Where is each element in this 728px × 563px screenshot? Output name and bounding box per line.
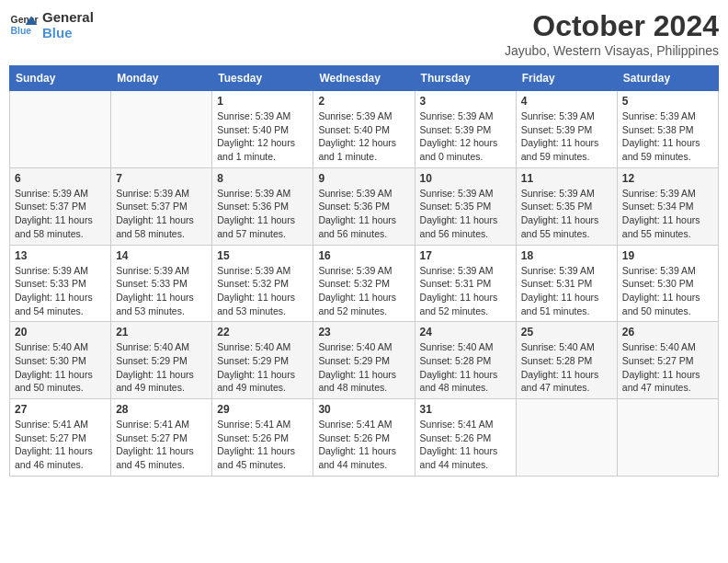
- calendar-cell: 24Sunrise: 5:40 AM Sunset: 5:28 PM Dayli…: [415, 322, 516, 399]
- page-header: General Blue General Blue October 2024 J…: [9, 9, 719, 58]
- week-row-3: 13Sunrise: 5:39 AM Sunset: 5:33 PM Dayli…: [10, 245, 719, 322]
- day-number: 17: [420, 249, 511, 262]
- calendar-cell: 14Sunrise: 5:39 AM Sunset: 5:33 PM Dayli…: [111, 245, 212, 322]
- day-number: 15: [217, 249, 308, 262]
- calendar-cell: [617, 399, 718, 477]
- day-info: Sunrise: 5:39 AM Sunset: 5:35 PM Dayligh…: [420, 187, 511, 241]
- day-info: Sunrise: 5:39 AM Sunset: 5:39 PM Dayligh…: [420, 109, 511, 164]
- day-info: Sunrise: 5:40 AM Sunset: 5:29 PM Dayligh…: [217, 340, 308, 395]
- day-number: 12: [622, 172, 713, 185]
- calendar-cell: 28Sunrise: 5:41 AM Sunset: 5:27 PM Dayli…: [111, 399, 212, 477]
- calendar-cell: 18Sunrise: 5:39 AM Sunset: 5:31 PM Dayli…: [516, 245, 617, 322]
- day-info: Sunrise: 5:41 AM Sunset: 5:26 PM Dayligh…: [318, 418, 409, 472]
- title-section: October 2024 Jayubo, Western Visayas, Ph…: [505, 9, 719, 58]
- day-number: 24: [420, 326, 511, 339]
- day-number: 7: [116, 172, 207, 185]
- week-row-5: 27Sunrise: 5:41 AM Sunset: 5:27 PM Dayli…: [10, 399, 719, 477]
- day-number: 2: [318, 95, 409, 108]
- day-info: Sunrise: 5:40 AM Sunset: 5:30 PM Dayligh…: [15, 340, 106, 395]
- day-info: Sunrise: 5:40 AM Sunset: 5:28 PM Dayligh…: [521, 340, 612, 395]
- day-number: 13: [15, 249, 106, 262]
- calendar-cell: 19Sunrise: 5:39 AM Sunset: 5:30 PM Dayli…: [617, 245, 718, 322]
- calendar-cell: 5Sunrise: 5:39 AM Sunset: 5:38 PM Daylig…: [617, 91, 718, 168]
- month-title: October 2024: [505, 9, 719, 43]
- day-number: 22: [217, 326, 308, 339]
- calendar-cell: 12Sunrise: 5:39 AM Sunset: 5:34 PM Dayli…: [617, 167, 718, 245]
- calendar-cell: 1Sunrise: 5:39 AM Sunset: 5:40 PM Daylig…: [212, 91, 313, 168]
- day-number: 16: [318, 249, 409, 262]
- day-number: 23: [318, 326, 409, 339]
- day-info: Sunrise: 5:40 AM Sunset: 5:27 PM Dayligh…: [622, 340, 713, 395]
- day-info: Sunrise: 5:39 AM Sunset: 5:35 PM Dayligh…: [521, 187, 612, 241]
- calendar-cell: [10, 91, 111, 168]
- day-number: 1: [217, 95, 308, 108]
- logo-icon: General Blue: [9, 10, 39, 40]
- logo-text-general: General: [42, 9, 94, 25]
- day-number: 9: [318, 172, 409, 185]
- day-number: 29: [217, 403, 308, 416]
- calendar-cell: [111, 91, 212, 168]
- day-number: 27: [15, 403, 106, 416]
- day-info: Sunrise: 5:39 AM Sunset: 5:37 PM Dayligh…: [15, 187, 106, 241]
- logo-text-blue: Blue: [42, 25, 94, 40]
- header-sunday: Sunday: [10, 66, 111, 91]
- calendar-cell: 7Sunrise: 5:39 AM Sunset: 5:37 PM Daylig…: [111, 167, 212, 245]
- day-number: 31: [420, 403, 511, 416]
- calendar-cell: 11Sunrise: 5:39 AM Sunset: 5:35 PM Dayli…: [516, 167, 617, 245]
- day-number: 5: [622, 95, 713, 108]
- calendar-cell: 10Sunrise: 5:39 AM Sunset: 5:35 PM Dayli…: [415, 167, 516, 245]
- day-info: Sunrise: 5:41 AM Sunset: 5:26 PM Dayligh…: [217, 418, 308, 472]
- day-info: Sunrise: 5:39 AM Sunset: 5:40 PM Dayligh…: [217, 109, 308, 164]
- day-info: Sunrise: 5:41 AM Sunset: 5:26 PM Dayligh…: [420, 418, 511, 472]
- day-number: 26: [622, 326, 713, 339]
- header-friday: Friday: [516, 66, 617, 91]
- calendar-cell: 29Sunrise: 5:41 AM Sunset: 5:26 PM Dayli…: [212, 399, 313, 477]
- day-number: 8: [217, 172, 308, 185]
- calendar-cell: 3Sunrise: 5:39 AM Sunset: 5:39 PM Daylig…: [415, 91, 516, 168]
- calendar-cell: 8Sunrise: 5:39 AM Sunset: 5:36 PM Daylig…: [212, 167, 313, 245]
- header-tuesday: Tuesday: [212, 66, 313, 91]
- calendar-cell: 20Sunrise: 5:40 AM Sunset: 5:30 PM Dayli…: [10, 322, 111, 399]
- calendar-cell: 21Sunrise: 5:40 AM Sunset: 5:29 PM Dayli…: [111, 322, 212, 399]
- day-info: Sunrise: 5:41 AM Sunset: 5:27 PM Dayligh…: [116, 418, 207, 472]
- day-info: Sunrise: 5:41 AM Sunset: 5:27 PM Dayligh…: [15, 418, 106, 472]
- day-number: 10: [420, 172, 511, 185]
- calendar-cell: 15Sunrise: 5:39 AM Sunset: 5:32 PM Dayli…: [212, 245, 313, 322]
- day-number: 21: [116, 326, 207, 339]
- calendar-cell: 4Sunrise: 5:39 AM Sunset: 5:39 PM Daylig…: [516, 91, 617, 168]
- calendar-table: SundayMondayTuesdayWednesdayThursdayFrid…: [9, 65, 719, 477]
- day-info: Sunrise: 5:39 AM Sunset: 5:31 PM Dayligh…: [420, 264, 511, 318]
- calendar-cell: 27Sunrise: 5:41 AM Sunset: 5:27 PM Dayli…: [10, 399, 111, 477]
- calendar-cell: 9Sunrise: 5:39 AM Sunset: 5:36 PM Daylig…: [313, 167, 415, 245]
- header-monday: Monday: [111, 66, 212, 91]
- day-number: 28: [116, 403, 207, 416]
- day-info: Sunrise: 5:39 AM Sunset: 5:40 PM Dayligh…: [318, 109, 409, 164]
- day-info: Sunrise: 5:40 AM Sunset: 5:29 PM Dayligh…: [116, 340, 207, 395]
- week-row-2: 6Sunrise: 5:39 AM Sunset: 5:37 PM Daylig…: [10, 167, 719, 245]
- calendar-cell: 22Sunrise: 5:40 AM Sunset: 5:29 PM Dayli…: [212, 322, 313, 399]
- week-row-4: 20Sunrise: 5:40 AM Sunset: 5:30 PM Dayli…: [10, 322, 719, 399]
- day-number: 25: [521, 326, 612, 339]
- day-info: Sunrise: 5:39 AM Sunset: 5:32 PM Dayligh…: [318, 264, 409, 318]
- day-info: Sunrise: 5:39 AM Sunset: 5:36 PM Dayligh…: [217, 187, 308, 241]
- calendar-cell: 26Sunrise: 5:40 AM Sunset: 5:27 PM Dayli…: [617, 322, 718, 399]
- day-info: Sunrise: 5:39 AM Sunset: 5:39 PM Dayligh…: [521, 109, 612, 164]
- day-number: 19: [622, 249, 713, 262]
- day-number: 14: [116, 249, 207, 262]
- day-info: Sunrise: 5:39 AM Sunset: 5:37 PM Dayligh…: [116, 187, 207, 241]
- day-info: Sunrise: 5:39 AM Sunset: 5:33 PM Dayligh…: [116, 264, 207, 318]
- day-number: 18: [521, 249, 612, 262]
- calendar-cell: 13Sunrise: 5:39 AM Sunset: 5:33 PM Dayli…: [10, 245, 111, 322]
- day-info: Sunrise: 5:39 AM Sunset: 5:31 PM Dayligh…: [521, 264, 612, 318]
- calendar-header-row: SundayMondayTuesdayWednesdayThursdayFrid…: [10, 66, 719, 91]
- day-info: Sunrise: 5:39 AM Sunset: 5:32 PM Dayligh…: [217, 264, 308, 318]
- day-number: 3: [420, 95, 511, 108]
- day-info: Sunrise: 5:39 AM Sunset: 5:33 PM Dayligh…: [15, 264, 106, 318]
- day-number: 4: [521, 95, 612, 108]
- day-number: 6: [15, 172, 106, 185]
- calendar-cell: 6Sunrise: 5:39 AM Sunset: 5:37 PM Daylig…: [10, 167, 111, 245]
- logo: General Blue General Blue: [9, 9, 94, 40]
- calendar-cell: 31Sunrise: 5:41 AM Sunset: 5:26 PM Dayli…: [415, 399, 516, 477]
- day-info: Sunrise: 5:39 AM Sunset: 5:34 PM Dayligh…: [622, 187, 713, 241]
- day-info: Sunrise: 5:39 AM Sunset: 5:30 PM Dayligh…: [622, 264, 713, 318]
